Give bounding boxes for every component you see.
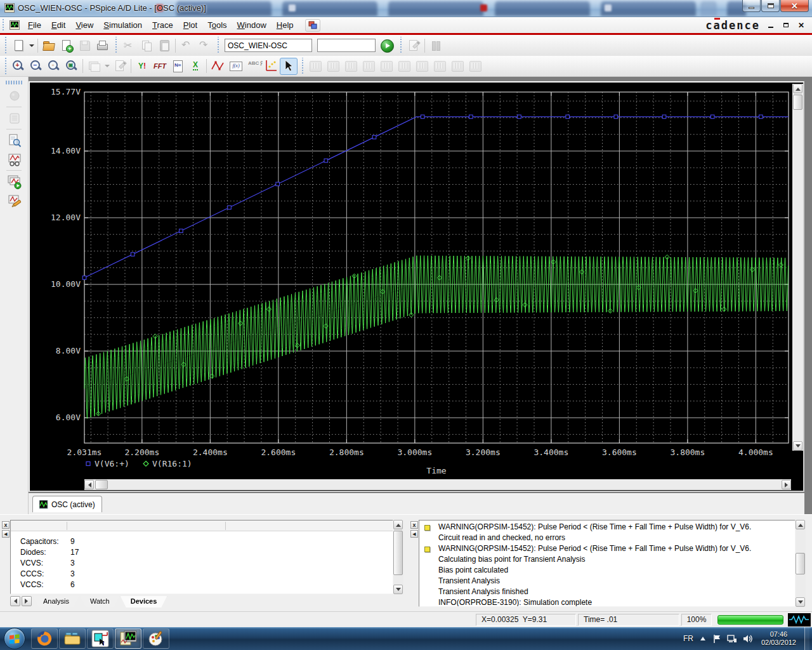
rail-waves-play-icon [7,175,21,189]
new-simulation-profile-button[interactable] [58,37,75,54]
network-icon[interactable] [727,634,737,644]
view-output-file-button[interactable] [5,131,23,149]
zoom-area-button[interactable] [45,58,63,75]
tabs-scroll-right-button[interactable] [22,596,32,606]
volume-icon[interactable] [743,634,753,644]
windows-explorer-taskbar-button[interactable] [59,628,86,649]
axis-icon [264,59,278,73]
show-hidden-icons-button[interactable] [699,635,707,642]
new-file-dropdown[interactable] [27,37,36,54]
output-line-text: Transient Analysis [438,576,500,585]
scroll-up-button[interactable] [796,520,805,529]
menu-simulation[interactable]: Simulation [98,18,147,32]
vertical-scroll-thumb[interactable] [796,553,805,574]
log-x-axis-button[interactable]: X [187,58,204,75]
firefox-taskbar-button[interactable] [31,628,58,649]
cursor-tool-icon [397,59,411,73]
svg-text:6.00V: 6.00V [56,413,81,422]
output-panel-close-button[interactable]: x [410,521,418,529]
open-file-button[interactable] [40,37,58,54]
toolbar-grip[interactable] [4,58,8,74]
menu-plot[interactable]: Plot [178,18,202,32]
menu-edit[interactable]: Edit [46,18,70,32]
zoom-out-button[interactable] [27,58,45,75]
performance-analysis-button[interactable] [169,58,187,75]
tray-date: 02/03/2012 [761,639,796,647]
output-panel-collapse-button[interactable]: ◂ [410,530,418,538]
paint-taskbar-button[interactable] [143,628,169,649]
toolbar-grip[interactable] [2,19,5,32]
print-button[interactable] [93,37,111,54]
panel-tab-watch[interactable]: Watch [80,596,120,607]
zoom-fit-button[interactable] [63,58,81,75]
menu-trace[interactable]: Trace [147,18,178,32]
cursor-tool-icon [433,59,447,73]
axis-settings-button[interactable] [262,58,280,75]
pspice-icon [119,630,137,647]
scroll-up-button[interactable] [393,520,403,529]
close-button[interactable]: ✕ [780,0,809,12]
mdi-minimize-button[interactable] [766,22,775,29]
document-icon[interactable] [10,20,20,30]
clock[interactable]: 07:46 02/03/2012 [761,630,796,647]
horizontal-scroll-thumb[interactable] [95,480,108,489]
fx-icon [228,59,242,73]
action-center-flag-icon[interactable] [712,634,721,644]
scroll-down-button[interactable] [796,597,805,607]
output-scrollbar[interactable] [796,520,806,607]
simulation-profile-input[interactable] [225,39,312,52]
view-simulation-queue-button[interactable] [5,173,23,190]
run-to-time-input[interactable] [317,39,376,52]
menu-window[interactable]: Window [232,18,272,32]
select-arrow-button[interactable] [280,58,298,75]
menu-help[interactable]: Help [272,18,299,32]
zoom-in-button[interactable] [10,58,27,75]
log-y-axis-button[interactable]: Y! [133,58,151,75]
menu-view[interactable]: View [70,18,98,32]
eval-goal-function-button[interactable] [226,58,244,75]
edit-simulation-profile-rail-button[interactable] [5,192,23,209]
tabs-scroll-left-button[interactable] [10,596,20,606]
menu-tools[interactable]: Tools [202,18,232,32]
minimize-button[interactable] [742,0,761,12]
copy-plot-dropdown [103,58,111,75]
run-button[interactable] [378,37,396,54]
rail-wave-pencil-icon [7,194,21,208]
devices-panel-close-button[interactable]: x [2,521,10,529]
plot-vertical-scrollbar[interactable] [792,84,803,451]
text-label-button[interactable] [244,58,262,75]
start-button[interactable] [4,628,25,649]
language-indicator[interactable]: FR [683,634,693,643]
svg-text:2.800ms: 2.800ms [329,448,364,457]
plot-area[interactable]: 15.77V14.00V12.00V10.00V8.00V6.00V2.031m… [30,83,791,490]
arrow-left-icon [86,482,91,488]
window-cascade-button[interactable] [305,19,320,32]
tab-osc-active[interactable]: OSC (active) [32,496,102,512]
scroll-up-button[interactable] [793,84,802,93]
orcad-capture-taskbar-button[interactable] [87,628,114,649]
maximize-button[interactable] [761,0,780,12]
scroll-down-button[interactable] [793,441,802,451]
toolbar-grip[interactable] [4,37,8,53]
scroll-left-button[interactable] [84,480,94,489]
devices-panel-collapse-button[interactable]: ◂ [2,530,10,538]
panel-tab-analysis[interactable]: Analysis [33,596,79,607]
device-count-value: 9 [70,537,75,546]
fft-button[interactable]: FFT [151,58,169,75]
scroll-down-button[interactable] [393,585,403,594]
vertical-scroll-thumb[interactable] [393,531,403,575]
vertical-scroll-thumb[interactable] [793,95,802,110]
scroll-right-button[interactable] [782,480,791,489]
mark-data-points-button[interactable] [209,58,226,75]
pspice-taskbar-button[interactable] [115,628,141,649]
panel-tab-devices[interactable]: Devices [121,596,167,607]
devices-scrollbar[interactable] [393,520,403,594]
mdi-close-button[interactable]: ✕ [797,22,806,29]
mdi-restore-button[interactable] [782,22,790,29]
show-desktop-button[interactable] [804,627,809,650]
new-file-button[interactable] [10,37,27,54]
menu-file[interactable]: File [23,18,46,32]
page-edit-icon [113,59,127,73]
view-simulation-results-button[interactable] [5,150,23,168]
plot-horizontal-scrollbar[interactable] [84,479,791,490]
